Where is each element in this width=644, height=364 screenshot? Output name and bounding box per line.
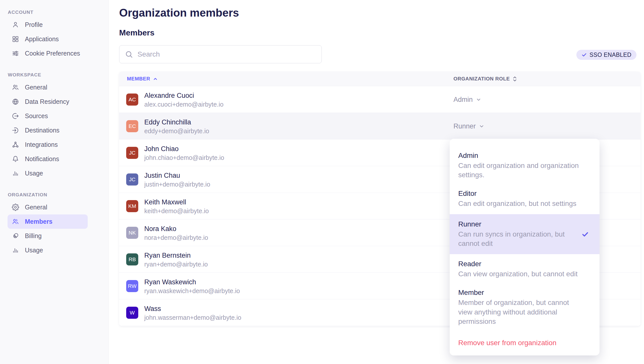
sort-both-icon [512, 76, 517, 82]
organization-members-page: ACCOUNT Profile Applications Cookie Pref… [0, 0, 644, 364]
user-icon [12, 21, 19, 28]
member-email: ryan.waskewich+demo@airbyte.io [144, 287, 240, 295]
member-email: alex.cuoci+demo@airbyte.io [144, 101, 223, 108]
grid-icon [12, 35, 19, 43]
role-option-description: Member of organization, but cannot view … [458, 298, 584, 326]
member-name: Keith Maxwell [144, 198, 186, 206]
sidebar-item-org-general[interactable]: General [0, 200, 108, 214]
avatar: JC [126, 173, 138, 186]
sidebar-item-label: Usage [25, 247, 43, 254]
sidebar-item-label: Data Residency [25, 98, 69, 105]
bar-chart-icon [12, 170, 19, 177]
sidebar-item-label: Cookie Preferences [25, 50, 80, 57]
sidebar-item-label: Members [25, 218, 53, 225]
check-icon [581, 52, 587, 58]
sidebar-item-label: Billing [25, 232, 42, 240]
role-option-editor[interactable]: Editor Can edit organization, but not se… [450, 185, 600, 212]
member-name: Ryan Waskewich [144, 278, 196, 286]
source-arrow-icon [12, 112, 19, 120]
role-option-description: Can edit organization and organization s… [458, 161, 584, 179]
settings-sidebar: ACCOUNT Profile Applications Cookie Pref… [0, 0, 109, 364]
sidebar-item-label: General [25, 84, 47, 91]
avatar: EC [126, 120, 138, 132]
column-header-member[interactable]: MEMBER [127, 76, 158, 82]
sidebar-item-label: Sources [25, 112, 48, 120]
sidebar-item-label: Integrations [25, 141, 58, 148]
table-row: AC Alexandre Cuoci alex.cuoci+demo@airby… [119, 86, 640, 113]
sidebar-section-organization: ORGANIZATION General Members Billing [0, 192, 108, 257]
sidebar-item-org-usage[interactable]: Usage [0, 243, 108, 257]
users-icon [12, 218, 19, 225]
selected-check-icon [581, 231, 589, 239]
bar-chart-icon [12, 247, 19, 254]
remove-user-link[interactable]: Remove user from organization [450, 334, 600, 348]
gear-icon [12, 204, 19, 211]
chevron-down-icon [476, 97, 481, 102]
section-title-workspace: WORKSPACE [8, 72, 108, 78]
search-icon [125, 50, 133, 58]
sliders-icon [12, 50, 19, 57]
globe-icon [12, 98, 19, 105]
users-icon [12, 84, 19, 91]
member-email: john.wasserman+demo@airbyte.io [144, 314, 241, 321]
avatar: RW [126, 280, 138, 292]
sidebar-section-workspace: WORKSPACE General Data Residency Sources [0, 72, 108, 180]
role-option-description: Can edit organization, but not settings [458, 199, 584, 208]
member-name: Justin Chau [144, 172, 180, 179]
sidebar-item-members[interactable]: Members [8, 214, 88, 229]
role-option-reader[interactable]: Reader Can view organization, but cannot… [450, 256, 600, 283]
role-option-title: Runner [458, 220, 584, 228]
member-search[interactable] [119, 45, 322, 63]
chevron-down-icon [479, 123, 484, 129]
role-select[interactable]: Admin [453, 86, 481, 113]
destination-arrow-icon [12, 127, 19, 134]
member-name: John Chiao [144, 145, 179, 153]
role-option-member[interactable]: Member Member of organization, but canno… [450, 284, 600, 330]
member-column-label: MEMBER [127, 76, 150, 82]
role-column-label: ORGANIZATION ROLE [453, 76, 510, 82]
sso-badge-label: SSO ENABLED [589, 52, 631, 58]
role-select[interactable]: Runner [453, 113, 484, 140]
role-option-title: Editor [458, 190, 584, 198]
member-name: Ryan Bernstein [144, 252, 191, 259]
sidebar-item-sources[interactable]: Sources [0, 109, 108, 123]
member-name: Alexandre Cuoci [144, 92, 194, 100]
role-option-admin[interactable]: Admin Can edit organization and organiza… [450, 147, 600, 184]
sidebar-item-label: Profile [25, 21, 43, 28]
role-option-description: Can run syncs in organization, but canno… [458, 230, 584, 248]
avatar: RB [126, 253, 138, 265]
sidebar-item-workspace-general[interactable]: General [0, 80, 108, 95]
member-name: Wass [144, 305, 161, 313]
sidebar-item-label: Notifications [25, 155, 59, 163]
sidebar-item-profile[interactable]: Profile [0, 18, 108, 32]
avatar: NK [126, 227, 138, 239]
role-value: Runner [453, 122, 476, 130]
sidebar-item-billing[interactable]: Billing [0, 229, 108, 243]
table-header-row: MEMBER ORGANIZATION ROLE [119, 72, 640, 86]
sort-asc-icon [153, 76, 158, 81]
section-title-organization: ORGANIZATION [8, 192, 108, 198]
member-name: Nora Kako [144, 225, 176, 233]
sidebar-item-label: Applications [25, 35, 59, 43]
sidebar-item-destinations[interactable]: Destinations [0, 123, 108, 138]
avatar: JC [126, 147, 138, 159]
sidebar-item-integrations[interactable]: Integrations [0, 138, 108, 152]
sidebar-item-cookie-preferences[interactable]: Cookie Preferences [0, 46, 108, 61]
role-option-title: Member [458, 289, 584, 297]
sidebar-item-label: General [25, 204, 47, 211]
role-dropdown-menu: Admin Can edit organization and organiza… [450, 139, 600, 355]
sidebar-item-label: Usage [25, 170, 43, 177]
search-input[interactable] [137, 50, 316, 58]
role-value: Admin [453, 96, 473, 104]
sidebar-item-notifications[interactable]: Notifications [0, 152, 108, 166]
role-option-runner[interactable]: Runner Can run syncs in organization, bu… [450, 214, 600, 254]
role-option-description: Can view organization, but cannot edit [458, 269, 584, 279]
member-email: justin+demo@airbyte.io [144, 181, 210, 188]
column-header-organization-role[interactable]: ORGANIZATION ROLE [453, 76, 517, 82]
role-option-title: Admin [458, 152, 584, 160]
sidebar-section-account: ACCOUNT Profile Applications Cookie Pref… [0, 10, 108, 61]
sidebar-item-workspace-usage[interactable]: Usage [0, 166, 108, 180]
page-title: Organization members [119, 7, 239, 19]
sidebar-item-data-residency[interactable]: Data Residency [0, 95, 108, 109]
sidebar-item-applications[interactable]: Applications [0, 32, 108, 46]
